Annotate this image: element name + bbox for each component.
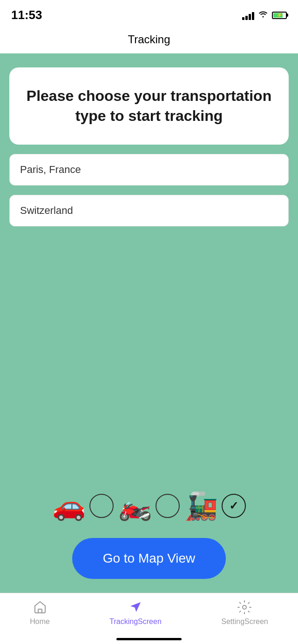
status-time: 11:53 bbox=[11, 8, 42, 22]
nav-item-settings[interactable]: SettingScreen bbox=[221, 600, 268, 626]
map-view-label: Go to Map View bbox=[103, 551, 196, 566]
destination-value: Switzerland bbox=[20, 205, 73, 217]
status-icons: ⚡ bbox=[242, 10, 287, 20]
nav-title-bar: Tracking bbox=[0, 26, 298, 53]
motorcycle-radio[interactable] bbox=[156, 494, 180, 518]
nav-item-tracking[interactable]: TrackingScreen bbox=[109, 600, 161, 626]
home-icon bbox=[33, 600, 47, 615]
signal-icon bbox=[242, 11, 254, 20]
destination-input-field[interactable]: Switzerland bbox=[9, 195, 289, 226]
go-to-map-view-button[interactable]: Go to Map View bbox=[72, 538, 226, 579]
wifi-icon bbox=[258, 10, 268, 20]
transport-option-car[interactable]: 🚗 bbox=[52, 492, 114, 519]
origin-input-field[interactable]: Paris, France bbox=[9, 154, 289, 186]
transport-option-train[interactable]: 🚂 bbox=[184, 492, 246, 519]
main-content: Please choose your transportation type t… bbox=[0, 53, 298, 593]
bottom-nav: Home TrackingScreen SettingScreen bbox=[0, 593, 298, 644]
tracking-label: TrackingScreen bbox=[109, 617, 161, 626]
prompt-card: Please choose your transportation type t… bbox=[9, 67, 289, 145]
prompt-text: Please choose your transportation type t… bbox=[27, 87, 271, 124]
page-title: Tracking bbox=[128, 33, 170, 46]
origin-value: Paris, France bbox=[20, 164, 81, 176]
train-radio[interactable] bbox=[222, 494, 246, 518]
train-icon: 🚂 bbox=[184, 492, 218, 519]
home-indicator bbox=[116, 638, 182, 640]
svg-point-1 bbox=[243, 605, 246, 609]
transport-options-row: 🚗 🏍️ 🚂 bbox=[9, 488, 289, 524]
car-icon: 🚗 bbox=[52, 492, 86, 519]
car-radio[interactable] bbox=[89, 494, 114, 518]
transport-option-motorcycle[interactable]: 🏍️ bbox=[118, 492, 180, 519]
nav-item-home[interactable]: Home bbox=[30, 600, 50, 626]
settings-label: SettingScreen bbox=[221, 617, 268, 626]
home-label: Home bbox=[30, 617, 50, 626]
tracking-icon bbox=[128, 600, 143, 615]
motorcycle-icon: 🏍️ bbox=[118, 492, 152, 519]
svg-rect-0 bbox=[38, 609, 42, 613]
settings-icon bbox=[237, 600, 252, 615]
status-bar: 11:53 ⚡ bbox=[0, 0, 298, 26]
battery-icon: ⚡ bbox=[272, 12, 287, 19]
